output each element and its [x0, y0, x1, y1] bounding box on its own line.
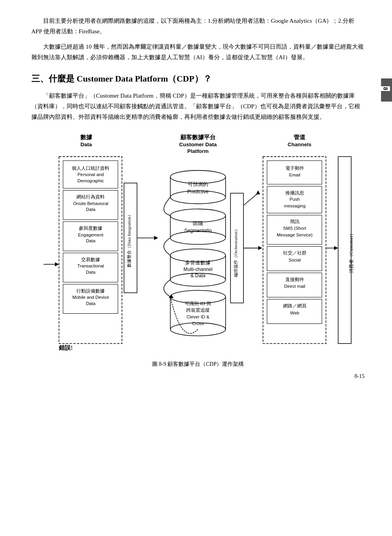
svg-text:Data: Data [86, 301, 96, 306]
svg-line-64 [243, 193, 258, 205]
svg-text:管道: 管道 [294, 134, 306, 140]
svg-text:推播訊息: 推播訊息 [285, 190, 304, 196]
svg-text:可識別 ID 與: 可識別 ID 與 [185, 301, 211, 306]
svg-text:SMS (Short: SMS (Short [283, 226, 307, 231]
diagram-caption: 圖 8-9 顧客數據平台（CDP）運作架構 [31, 361, 365, 368]
svg-text:簡訊: 簡訊 [290, 219, 299, 224]
tab-text: 從策略到行動：網路消費者行為與AI大數據 [372, 85, 379, 95]
svg-text:消費者（Customer）: 消費者（Customer） [348, 231, 354, 273]
chapter-tab: 8 從策略到行動：網路消費者行為與AI大數據 [381, 78, 392, 102]
svg-text:messaging: messaging [284, 203, 305, 208]
svg-text:Message Service): Message Service) [277, 233, 312, 237]
svg-text:Push: Push [290, 197, 300, 202]
svg-text:編排協作（Orchestration）: 編排協作（Orchestration） [233, 227, 238, 278]
svg-text:Predictive: Predictive [187, 189, 209, 194]
svg-text:網站行為資料: 網站行為資料 [76, 194, 105, 200]
svg-text:Cross: Cross [192, 321, 204, 326]
svg-text:Demographic: Demographic [77, 178, 104, 183]
svg-text:Engagement: Engagement [78, 233, 103, 237]
svg-text:Data: Data [86, 207, 96, 212]
cdp-diagram: 數據 Data 顧客數據平台 Customer Data Platform 管道… [31, 130, 365, 368]
diagram-svg: 數據 Data 顧客數據平台 Customer Data Platform 管道… [31, 130, 365, 358]
svg-marker-8 [55, 262, 59, 266]
svg-text:Multi-channel: Multi-channel [183, 267, 212, 272]
svg-text:社交／社群: 社交／社群 [283, 250, 307, 256]
svg-text:Personal and: Personal and [78, 172, 104, 177]
svg-text:可預測的: 可預測的 [188, 181, 208, 187]
svg-text:Data: Data [86, 238, 96, 243]
page-wrapper: 8 從策略到行動：網路消費者行為與AI大數據 目前主要分析使用者在網際網路數據的… [0, 0, 392, 387]
section-body: 「顧客數據平台」（Customer Data Platform，簡稱 CDP）是… [31, 91, 365, 122]
svg-text:Email: Email [289, 173, 300, 177]
svg-marker-65 [256, 190, 260, 194]
svg-text:Web: Web [290, 311, 299, 315]
svg-text:數據: 數據 [80, 134, 93, 140]
svg-text:直接郵件: 直接郵件 [285, 277, 304, 282]
svg-text:錯誤!: 錯誤! [58, 344, 73, 351]
svg-text:數據整合（Data Integration）: 數據整合（Data Integration） [127, 213, 131, 267]
svg-text:Channels: Channels [288, 142, 312, 147]
svg-text:Data: Data [86, 270, 96, 274]
intro-para1: 目前主要分析使用者在網際網路數據的追蹤，以下面兩種為主：1.分析網站使用者活動：… [31, 16, 365, 37]
svg-marker-33 [154, 236, 158, 240]
svg-text:個人人口統計資料: 個人人口統計資料 [72, 165, 109, 171]
svg-marker-90 [334, 246, 338, 250]
svg-text:多管道數據: 多管道數據 [185, 260, 211, 265]
intro-para2: 大數據已經超過 10 幾年，然而因為摩爾定律讓資料量／數據量變大，現今大數據不可… [31, 42, 365, 63]
svg-text:Onsite Behavioral: Onsite Behavioral [73, 201, 108, 206]
tab-number: 8 [381, 86, 390, 91]
svg-text:電子郵件: 電子郵件 [285, 165, 304, 171]
svg-rect-9 [59, 156, 122, 343]
section-title: 三、什麼是 Customer Data Platform（CDP）？ [31, 72, 365, 85]
svg-text:網路／網頁: 網路／網頁 [283, 303, 307, 309]
svg-text:Segmentatio: Segmentatio [184, 228, 212, 233]
svg-marker-67 [258, 246, 262, 250]
svg-text:參與度數據: 參與度數據 [79, 225, 102, 231]
svg-text:顧客數據平台: 顧客數據平台 [180, 134, 216, 140]
svg-text:Data: Data [80, 142, 92, 147]
svg-text:跨裝置追蹤: 跨裝置追蹤 [186, 307, 210, 313]
svg-text:Social: Social [289, 258, 301, 262]
svg-text:Direct mail: Direct mail [284, 284, 305, 289]
svg-text:& Data: & Data [191, 273, 205, 278]
svg-text:區隔: 區隔 [193, 220, 203, 226]
page-number: 8-15 [354, 373, 365, 380]
svg-text:Customer Data: Customer Data [179, 142, 217, 147]
svg-text:Transactional: Transactional [77, 263, 104, 268]
svg-text:Mobile and Device: Mobile and Device [72, 295, 109, 300]
svg-text:交易數據: 交易數據 [81, 257, 100, 262]
svg-text:Clever ID &: Clever ID & [187, 314, 210, 319]
svg-text:行動設備數據: 行動設備數據 [76, 288, 105, 294]
svg-text:Platform: Platform [187, 148, 209, 154]
